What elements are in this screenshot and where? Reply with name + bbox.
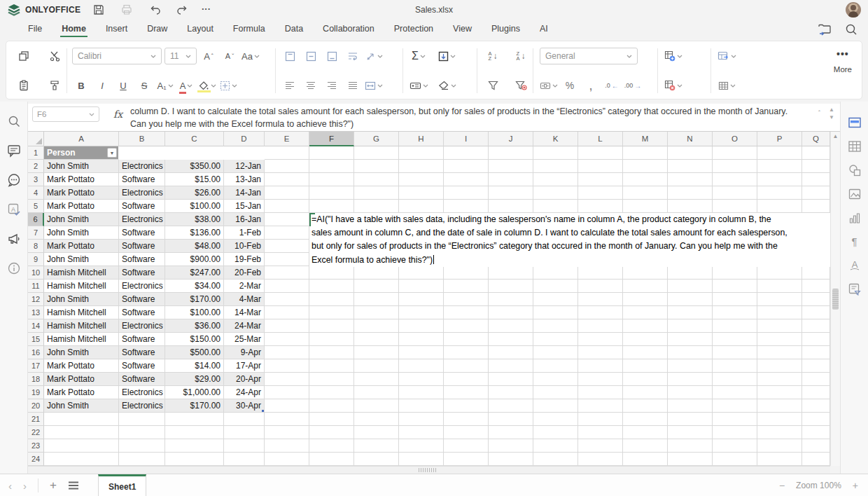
cell-G21[interactable] — [354, 413, 399, 426]
row-header-18[interactable]: 18 — [28, 373, 44, 386]
row-header-4[interactable]: 4 — [28, 186, 44, 200]
row-header-6[interactable]: 6 — [28, 213, 44, 226]
cell-C2[interactable]: $350.00 — [165, 160, 224, 173]
cell-I4[interactable] — [444, 186, 489, 200]
column-header-L[interactable]: L — [578, 132, 623, 146]
clear-filter-button[interactable] — [512, 76, 530, 95]
cell-L12[interactable] — [578, 293, 623, 306]
cell-O24[interactable] — [713, 453, 757, 466]
cell-Q1[interactable] — [802, 146, 830, 160]
font-color-button[interactable]: A — [177, 76, 195, 95]
cell-D18[interactable]: 20-Apr — [224, 373, 265, 386]
cell-J4[interactable] — [489, 186, 533, 200]
cell-B17[interactable]: Software — [119, 359, 165, 373]
filter-button[interactable] — [484, 76, 502, 95]
cell-G18[interactable] — [354, 373, 399, 386]
cell-O11[interactable] — [713, 280, 757, 293]
cell-Q13[interactable] — [802, 306, 830, 319]
cell-D4[interactable]: 14-Jan — [224, 186, 265, 200]
cell-Q3[interactable] — [802, 173, 830, 186]
cell-F14[interactable] — [309, 319, 354, 333]
cell-F12[interactable] — [309, 293, 354, 306]
zoom-level-label[interactable]: Zoom 100% — [796, 481, 841, 490]
cell-B15[interactable]: Software — [119, 333, 165, 346]
cell-P21[interactable] — [757, 413, 802, 426]
cell-F2[interactable] — [309, 160, 354, 173]
cell-P2[interactable] — [757, 160, 802, 173]
format-painter-button[interactable] — [46, 76, 64, 95]
cell-E22[interactable] — [265, 426, 309, 439]
row-header-10[interactable]: 10 — [28, 266, 44, 280]
accounting-style-button[interactable] — [540, 76, 558, 95]
cell-C7[interactable]: $136.00 — [165, 226, 224, 240]
cell-I21[interactable] — [444, 413, 489, 426]
cell-F11[interactable] — [309, 280, 354, 293]
cell-B24[interactable] — [119, 453, 165, 466]
cell-I5[interactable] — [444, 200, 489, 213]
cell-K17[interactable] — [533, 359, 578, 373]
cell-C17[interactable]: $14.00 — [165, 359, 224, 373]
cell-N10[interactable] — [668, 266, 713, 280]
cell-G11[interactable] — [354, 280, 399, 293]
horizontal-scrollbar[interactable] — [28, 466, 830, 474]
cell-J10[interactable] — [489, 266, 533, 280]
comments-icon[interactable] — [7, 144, 21, 158]
cell-C18[interactable]: $29.00 — [165, 373, 224, 386]
cell-K13[interactable] — [533, 306, 578, 319]
number-format-select[interactable]: General — [540, 48, 638, 64]
cell-B11[interactable]: Electronics — [119, 280, 165, 293]
cell-E17[interactable] — [265, 359, 309, 373]
cell-D19[interactable]: 24-Apr — [224, 386, 265, 399]
cell-H1[interactable] — [399, 146, 444, 160]
cell-E2[interactable] — [265, 160, 309, 173]
cell-B4[interactable]: Electronics — [119, 186, 165, 200]
cell-M1[interactable] — [623, 146, 668, 160]
autosum-button[interactable]: Σ — [410, 47, 428, 65]
cell-M4[interactable] — [623, 186, 668, 200]
cell-E10[interactable] — [265, 266, 309, 280]
cell-Q17[interactable] — [802, 359, 830, 373]
cell-Q4[interactable] — [802, 186, 830, 200]
cell-D21[interactable] — [224, 413, 265, 426]
cell-B18[interactable]: Software — [119, 373, 165, 386]
cell-O20[interactable] — [713, 399, 757, 413]
cell-N17[interactable] — [668, 359, 713, 373]
cell-M2[interactable] — [623, 160, 668, 173]
cell-F5[interactable] — [309, 200, 354, 213]
cell-E14[interactable] — [265, 319, 309, 333]
cell-B13[interactable]: Software — [119, 306, 165, 319]
cell-O13[interactable] — [713, 306, 757, 319]
cell-F3[interactable] — [309, 173, 354, 186]
cell-M11[interactable] — [623, 280, 668, 293]
cell-I14[interactable] — [444, 319, 489, 333]
cell-style-button[interactable] — [718, 47, 736, 65]
cell-F22[interactable] — [309, 426, 354, 439]
cell-K1[interactable] — [533, 146, 578, 160]
cell-C13[interactable]: $100.00 — [165, 306, 224, 319]
cell-K21[interactable] — [533, 413, 578, 426]
cell-C19[interactable]: $1,000.00 — [165, 386, 224, 399]
cell-C14[interactable]: $36.00 — [165, 319, 224, 333]
cell-E20[interactable] — [265, 399, 309, 413]
cell-P17[interactable] — [757, 359, 802, 373]
cell-G14[interactable] — [354, 319, 399, 333]
cell-C20[interactable]: $170.00 — [165, 399, 224, 413]
cell-H19[interactable] — [399, 386, 444, 399]
cell-E15[interactable] — [265, 333, 309, 346]
cell-N15[interactable] — [668, 333, 713, 346]
row-header-21[interactable]: 21 — [28, 413, 44, 426]
cell-H20[interactable] — [399, 399, 444, 413]
cell-Q16[interactable] — [802, 346, 830, 359]
cell-A2[interactable]: John Smith — [44, 160, 119, 173]
cell-A12[interactable]: John Smith — [44, 293, 119, 306]
column-header-H[interactable]: H — [399, 132, 444, 146]
cell-A1[interactable]: Person▼ — [44, 146, 119, 160]
cell-E19[interactable] — [265, 386, 309, 399]
increase-font-icon[interactable]: Aˆ — [200, 47, 218, 65]
cell-H12[interactable] — [399, 293, 444, 306]
cell-A9[interactable]: John Smith — [44, 253, 119, 266]
vertical-scrollbar[interactable]: ▲ — [830, 132, 840, 466]
cell-I19[interactable] — [444, 386, 489, 399]
cell-O23[interactable] — [713, 439, 757, 453]
copy-button[interactable] — [15, 47, 33, 65]
